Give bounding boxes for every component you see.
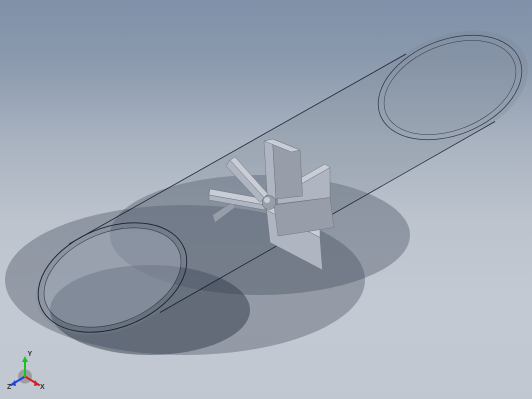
svg-point-21 [262, 196, 276, 210]
svg-point-22 [264, 197, 270, 203]
triad-x-label: X [40, 382, 45, 390]
orientation-triad[interactable]: Z X Y [5, 349, 50, 394]
svg-marker-24 [11, 380, 16, 386]
triad-z-label: Z [7, 382, 12, 390]
triad-y-label: Y [28, 350, 32, 358]
triad-x-axis: X [25, 376, 45, 390]
model-canvas[interactable] [0, 0, 532, 399]
cad-viewport[interactable]: Z X Y [0, 0, 532, 399]
svg-marker-26 [34, 380, 39, 386]
triad-z-axis: Z [7, 376, 25, 390]
